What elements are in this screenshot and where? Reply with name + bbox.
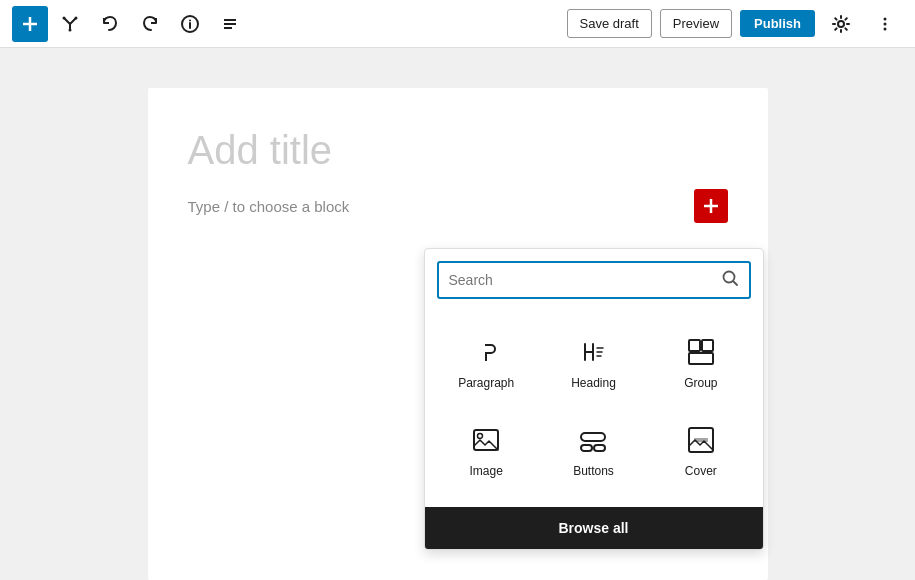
image-icon <box>470 424 502 456</box>
image-label: Image <box>469 464 502 478</box>
search-wrapper <box>437 261 751 299</box>
block-item-group[interactable]: Group <box>651 323 750 403</box>
post-title[interactable]: Add title <box>188 128 728 173</box>
block-picker-search-area <box>425 249 763 307</box>
svg-point-3 <box>75 16 78 19</box>
search-icon <box>721 269 739 291</box>
more-options-button[interactable] <box>867 6 903 42</box>
add-block-toolbar-button[interactable] <box>12 6 48 42</box>
svg-rect-28 <box>694 438 708 442</box>
svg-point-4 <box>69 28 72 31</box>
block-item-paragraph[interactable]: Paragraph <box>437 323 536 403</box>
plus-icon <box>20 14 40 34</box>
paragraph-icon <box>470 336 502 368</box>
paragraph-label: Paragraph <box>458 376 514 390</box>
buttons-icon <box>577 424 609 456</box>
redo-icon <box>140 14 160 34</box>
editor-toolbar: Save draft Preview Publish <box>0 0 915 48</box>
block-grid: Paragraph Heading <box>425 307 763 507</box>
tools-button[interactable] <box>52 6 88 42</box>
editor-area: Add title Type / to choose a block <box>0 48 915 580</box>
undo-button[interactable] <box>92 6 128 42</box>
tools-icon <box>60 14 80 34</box>
gear-icon <box>831 14 851 34</box>
svg-rect-21 <box>689 353 713 364</box>
more-icon <box>875 14 895 34</box>
heading-label: Heading <box>571 376 616 390</box>
block-placeholder-row: Type / to choose a block <box>188 189 728 223</box>
block-picker-popup: Paragraph Heading <box>424 248 764 550</box>
svg-line-18 <box>733 282 737 286</box>
block-item-buttons[interactable]: Buttons <box>544 411 643 491</box>
svg-point-17 <box>723 272 734 283</box>
info-button[interactable] <box>172 6 208 42</box>
toolbar-right-group: Save draft Preview Publish <box>567 6 903 42</box>
cover-label: Cover <box>685 464 717 478</box>
block-item-heading[interactable]: Heading <box>544 323 643 403</box>
search-input[interactable] <box>449 272 713 288</box>
block-item-image[interactable]: Image <box>437 411 536 491</box>
svg-point-7 <box>189 19 191 21</box>
preview-button[interactable]: Preview <box>660 9 732 38</box>
svg-rect-26 <box>594 445 605 451</box>
block-placeholder-text: Type / to choose a block <box>188 198 350 215</box>
toolbar-left-group <box>12 6 563 42</box>
list-view-button[interactable] <box>212 6 248 42</box>
svg-point-13 <box>884 22 887 25</box>
save-draft-button[interactable]: Save draft <box>567 9 652 38</box>
svg-rect-20 <box>702 340 713 351</box>
group-icon <box>685 336 717 368</box>
svg-point-2 <box>63 16 66 19</box>
svg-rect-19 <box>689 340 700 351</box>
publish-button[interactable]: Publish <box>740 10 815 37</box>
block-item-cover[interactable]: Cover <box>651 411 750 491</box>
svg-point-23 <box>478 434 483 439</box>
svg-point-11 <box>838 21 844 27</box>
svg-point-12 <box>884 17 887 20</box>
heading-icon <box>577 336 609 368</box>
svg-rect-25 <box>581 445 592 451</box>
svg-rect-24 <box>581 433 605 441</box>
list-view-icon <box>220 14 240 34</box>
group-label: Group <box>684 376 717 390</box>
redo-button[interactable] <box>132 6 168 42</box>
info-icon <box>180 14 200 34</box>
buttons-label: Buttons <box>573 464 614 478</box>
svg-point-14 <box>884 27 887 30</box>
add-block-inline-button[interactable] <box>694 189 728 223</box>
settings-button[interactable] <box>823 6 859 42</box>
undo-icon <box>100 14 120 34</box>
plus-icon-inline <box>702 197 720 215</box>
cover-icon <box>685 424 717 456</box>
browse-all-button[interactable]: Browse all <box>425 507 763 549</box>
